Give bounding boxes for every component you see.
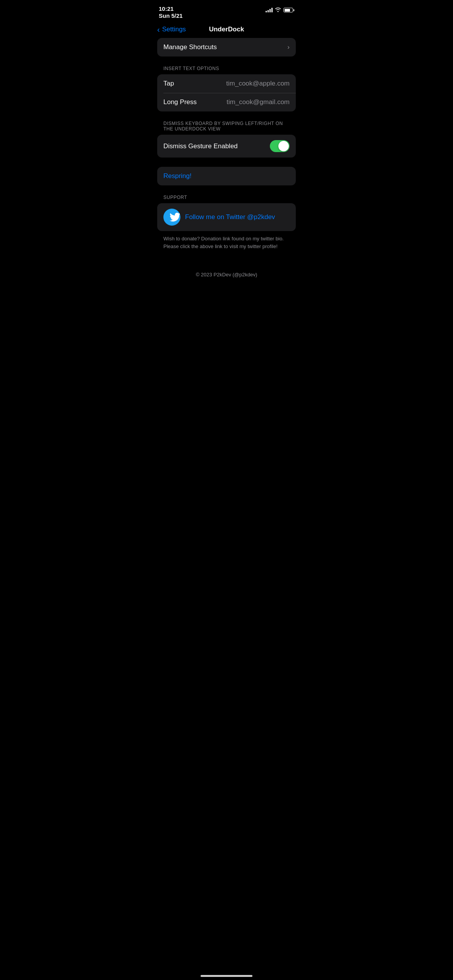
status-time-block: 10:21 Sun 5/21	[159, 5, 183, 19]
back-label: Settings	[162, 26, 186, 33]
wifi-icon	[275, 7, 281, 13]
dismiss-keyboard-header: DISMISS KEYBOARD BY SWIPING LEFT/RIGHT O…	[157, 121, 296, 132]
manage-shortcuts-label: Manage Shortcuts	[163, 43, 217, 51]
date-display: Sun 5/21	[159, 12, 183, 19]
respring-button[interactable]: Respring!	[157, 167, 296, 185]
chevron-right-icon: ›	[287, 43, 290, 51]
dismiss-keyboard-card: Dismiss Gesture Enabled	[157, 135, 296, 158]
status-icons	[266, 5, 294, 13]
footer: © 2023 P2kDev (@p2kdev)	[157, 259, 296, 293]
chevron-left-icon: ‹	[157, 25, 160, 34]
status-bar: 10:21 Sun 5/21	[151, 0, 302, 22]
time-display: 10:21	[159, 5, 183, 12]
manage-shortcuts-row[interactable]: Manage Shortcuts ›	[157, 38, 296, 57]
copyright-text: © 2023 P2kDev (@p2kdev)	[196, 272, 257, 278]
support-header: SUPPORT	[157, 195, 296, 200]
signal-icon	[266, 8, 273, 12]
twitter-avatar	[163, 209, 180, 226]
dismiss-gesture-row: Dismiss Gesture Enabled	[157, 135, 296, 158]
respring-section: Respring!	[157, 167, 296, 185]
manage-shortcuts-section: Manage Shortcuts ›	[157, 38, 296, 57]
donation-text: Wish to donate? Donation link found on m…	[157, 231, 296, 250]
manage-shortcuts-card: Manage Shortcuts ›	[157, 38, 296, 57]
tap-row[interactable]: Tap tim_cook@apple.com	[157, 74, 296, 93]
respring-label: Respring!	[163, 172, 192, 180]
twitter-link-row[interactable]: Follow me on Twitter @p2kdev	[157, 203, 296, 231]
twitter-link-label: Follow me on Twitter @p2kdev	[185, 213, 275, 221]
dismiss-gesture-label: Dismiss Gesture Enabled	[163, 142, 238, 150]
toggle-knob	[278, 141, 289, 151]
main-content: Manage Shortcuts › INSERT TEXT OPTIONS T…	[151, 38, 302, 293]
dismiss-gesture-toggle[interactable]	[270, 140, 290, 152]
tap-value: tim_cook@apple.com	[226, 80, 290, 87]
back-button[interactable]: ‹ Settings	[157, 25, 186, 34]
long-press-value: tim_cook@gmail.com	[226, 98, 290, 106]
insert-text-section: INSERT TEXT OPTIONS Tap tim_cook@apple.c…	[157, 66, 296, 111]
dismiss-keyboard-section: DISMISS KEYBOARD BY SWIPING LEFT/RIGHT O…	[157, 121, 296, 158]
long-press-label: Long Press	[163, 98, 197, 106]
navigation-bar: ‹ Settings UnderDock	[151, 22, 302, 38]
insert-text-header: INSERT TEXT OPTIONS	[157, 66, 296, 71]
page-title: UnderDock	[209, 26, 244, 33]
insert-text-card: Tap tim_cook@apple.com Long Press tim_co…	[157, 74, 296, 111]
long-press-row[interactable]: Long Press tim_cook@gmail.com	[157, 93, 296, 111]
tap-label: Tap	[163, 80, 174, 87]
battery-icon	[283, 8, 294, 12]
twitter-icon	[170, 212, 180, 223]
support-section: SUPPORT Follow me on Twitter @p2kdev Wis…	[157, 195, 296, 250]
